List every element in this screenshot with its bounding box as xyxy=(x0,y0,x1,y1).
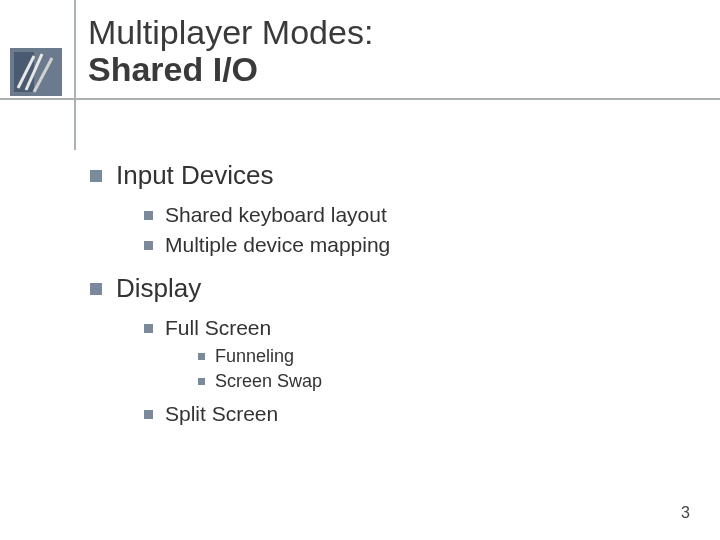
square-bullet-icon xyxy=(198,378,205,385)
title-line-1: Multiplayer Modes: xyxy=(88,14,373,51)
slide-logo xyxy=(10,48,62,96)
list-item-label: Input Devices xyxy=(116,160,274,191)
square-bullet-icon xyxy=(144,324,153,333)
title-line-2: Shared I/O xyxy=(88,51,373,88)
list-item-label: Screen Swap xyxy=(215,371,322,392)
vertical-divider xyxy=(74,0,76,150)
list-item: Split Screen xyxy=(144,402,650,426)
list-item-label: Shared keyboard layout xyxy=(165,203,387,227)
list-item-label: Display xyxy=(116,273,201,304)
list-item: Shared keyboard layout xyxy=(144,203,650,227)
horizontal-divider xyxy=(0,98,720,100)
logo-icon xyxy=(10,48,62,96)
list-item-label: Full Screen xyxy=(165,316,271,340)
list-item-label: Split Screen xyxy=(165,402,278,426)
square-bullet-icon xyxy=(198,353,205,360)
square-bullet-icon xyxy=(90,283,102,295)
square-bullet-icon xyxy=(144,241,153,250)
list-item-label: Multiple device mapping xyxy=(165,233,390,257)
slide: Multiplayer Modes: Shared I/O Input Devi… xyxy=(0,0,720,540)
square-bullet-icon xyxy=(90,170,102,182)
square-bullet-icon xyxy=(144,211,153,220)
slide-content: Input Devices Shared keyboard layout Mul… xyxy=(90,156,650,432)
list-item: Input Devices xyxy=(90,160,650,191)
list-item: Multiple device mapping xyxy=(144,233,650,257)
svg-rect-1 xyxy=(14,52,34,92)
square-bullet-icon xyxy=(144,410,153,419)
list-item-label: Funneling xyxy=(215,346,294,367)
list-item: Screen Swap xyxy=(198,371,650,392)
slide-title: Multiplayer Modes: Shared I/O xyxy=(88,14,373,89)
list-item: Full Screen xyxy=(144,316,650,340)
list-item: Display xyxy=(90,273,650,304)
page-number: 3 xyxy=(681,504,690,522)
list-item: Funneling xyxy=(198,346,650,367)
